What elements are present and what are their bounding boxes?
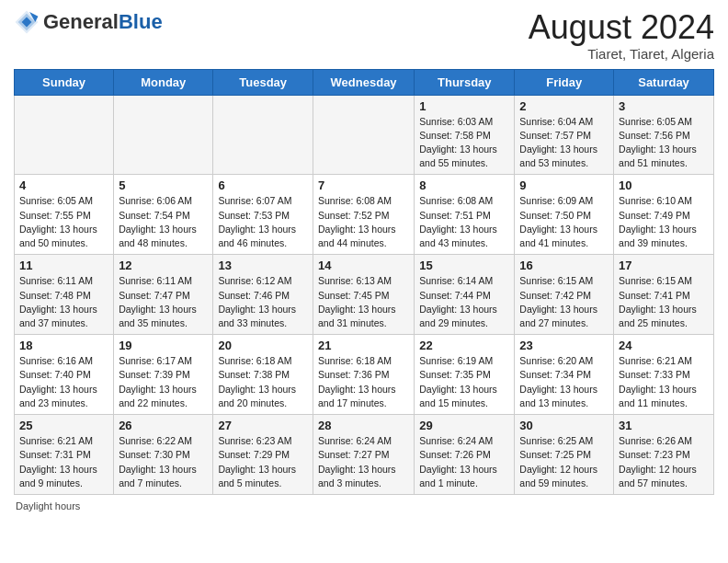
calendar-week-row: 4Sunrise: 6:05 AM Sunset: 7:55 PM Daylig… — [15, 175, 714, 255]
day-info: Sunrise: 6:16 AM Sunset: 7:40 PM Dayligh… — [19, 354, 108, 410]
day-info: Sunrise: 6:19 AM Sunset: 7:35 PM Dayligh… — [419, 354, 509, 410]
day-info: Sunrise: 6:15 AM Sunset: 7:41 PM Dayligh… — [619, 274, 709, 330]
calendar-cell: 24Sunrise: 6:21 AM Sunset: 7:33 PM Dayli… — [614, 335, 714, 415]
calendar-cell: 22Sunrise: 6:19 AM Sunset: 7:35 PM Dayli… — [415, 335, 515, 415]
day-number: 10 — [619, 178, 709, 192]
calendar-cell — [313, 95, 414, 175]
col-header-saturday: Saturday — [614, 69, 714, 95]
day-number: 24 — [619, 339, 709, 352]
day-info: Sunrise: 6:05 AM Sunset: 7:55 PM Dayligh… — [19, 194, 108, 250]
day-number: 1 — [419, 99, 509, 113]
day-number: 19 — [119, 339, 208, 352]
day-info: Sunrise: 6:11 AM Sunset: 7:48 PM Dayligh… — [19, 274, 108, 330]
day-number: 26 — [119, 419, 208, 432]
day-info: Sunrise: 6:21 AM Sunset: 7:31 PM Dayligh… — [19, 434, 108, 490]
day-info: Sunrise: 6:26 AM Sunset: 7:23 PM Dayligh… — [619, 434, 709, 490]
daylight-label: Daylight hours — [16, 500, 80, 511]
calendar-cell: 4Sunrise: 6:05 AM Sunset: 7:55 PM Daylig… — [15, 175, 114, 255]
day-info: Sunrise: 6:24 AM Sunset: 7:27 PM Dayligh… — [318, 434, 409, 490]
calendar-cell: 26Sunrise: 6:22 AM Sunset: 7:30 PM Dayli… — [114, 415, 213, 495]
calendar-week-row: 25Sunrise: 6:21 AM Sunset: 7:31 PM Dayli… — [15, 415, 714, 495]
logo-general-text: General — [43, 10, 119, 33]
day-info: Sunrise: 6:21 AM Sunset: 7:33 PM Dayligh… — [619, 354, 709, 410]
calendar-cell: 1Sunrise: 6:03 AM Sunset: 7:58 PM Daylig… — [415, 95, 515, 175]
month-year-title: August 2024 — [529, 9, 714, 46]
day-info: Sunrise: 6:08 AM Sunset: 7:52 PM Dayligh… — [318, 194, 409, 250]
day-number: 4 — [19, 178, 108, 192]
calendar-cell: 19Sunrise: 6:17 AM Sunset: 7:39 PM Dayli… — [114, 335, 213, 415]
day-info: Sunrise: 6:17 AM Sunset: 7:39 PM Dayligh… — [119, 354, 208, 410]
day-info: Sunrise: 6:12 AM Sunset: 7:46 PM Dayligh… — [218, 274, 308, 330]
day-number: 20 — [218, 339, 308, 352]
location-subtitle: Tiaret, Tiaret, Algeria — [529, 46, 714, 62]
day-info: Sunrise: 6:10 AM Sunset: 7:49 PM Dayligh… — [619, 194, 709, 250]
calendar-cell: 15Sunrise: 6:14 AM Sunset: 7:44 PM Dayli… — [415, 255, 515, 335]
day-number: 17 — [619, 259, 709, 272]
calendar-cell: 29Sunrise: 6:24 AM Sunset: 7:26 PM Dayli… — [415, 415, 515, 495]
calendar-week-row: 11Sunrise: 6:11 AM Sunset: 7:48 PM Dayli… — [15, 255, 714, 335]
calendar-cell: 8Sunrise: 6:08 AM Sunset: 7:51 PM Daylig… — [415, 175, 515, 255]
logo: GeneralBlue — [14, 9, 163, 35]
day-number: 8 — [419, 178, 509, 192]
day-info: Sunrise: 6:08 AM Sunset: 7:51 PM Dayligh… — [419, 194, 509, 250]
calendar-week-row: 18Sunrise: 6:16 AM Sunset: 7:40 PM Dayli… — [15, 335, 714, 415]
day-number: 14 — [318, 259, 409, 272]
day-info: Sunrise: 6:20 AM Sunset: 7:34 PM Dayligh… — [519, 354, 609, 410]
calendar-cell — [114, 95, 213, 175]
calendar-cell: 6Sunrise: 6:07 AM Sunset: 7:53 PM Daylig… — [213, 175, 313, 255]
day-number: 22 — [419, 339, 509, 352]
calendar-cell: 20Sunrise: 6:18 AM Sunset: 7:38 PM Dayli… — [213, 335, 313, 415]
calendar-cell: 10Sunrise: 6:10 AM Sunset: 7:49 PM Dayli… — [614, 175, 714, 255]
day-number: 2 — [519, 99, 609, 113]
day-info: Sunrise: 6:06 AM Sunset: 7:54 PM Dayligh… — [119, 194, 208, 250]
day-info: Sunrise: 6:13 AM Sunset: 7:45 PM Dayligh… — [318, 274, 409, 330]
day-info: Sunrise: 6:03 AM Sunset: 7:58 PM Dayligh… — [419, 115, 509, 171]
day-number: 12 — [119, 259, 208, 272]
calendar-cell — [15, 95, 114, 175]
day-number: 29 — [419, 419, 509, 432]
day-info: Sunrise: 6:18 AM Sunset: 7:38 PM Dayligh… — [218, 354, 308, 410]
calendar-cell: 12Sunrise: 6:11 AM Sunset: 7:47 PM Dayli… — [114, 255, 213, 335]
col-header-monday: Monday — [114, 69, 213, 95]
day-number: 16 — [519, 259, 609, 272]
day-info: Sunrise: 6:04 AM Sunset: 7:57 PM Dayligh… — [519, 115, 609, 171]
calendar-cell: 3Sunrise: 6:05 AM Sunset: 7:56 PM Daylig… — [614, 95, 714, 175]
calendar-cell: 17Sunrise: 6:15 AM Sunset: 7:41 PM Dayli… — [614, 255, 714, 335]
calendar-cell: 25Sunrise: 6:21 AM Sunset: 7:31 PM Dayli… — [15, 415, 114, 495]
calendar-cell — [213, 95, 313, 175]
calendar-week-row: 1Sunrise: 6:03 AM Sunset: 7:58 PM Daylig… — [15, 95, 714, 175]
day-number: 25 — [19, 419, 108, 432]
logo-icon — [14, 9, 40, 35]
day-number: 5 — [119, 178, 208, 192]
day-number: 6 — [218, 178, 308, 192]
col-header-wednesday: Wednesday — [313, 69, 414, 95]
day-info: Sunrise: 6:23 AM Sunset: 7:29 PM Dayligh… — [218, 434, 308, 490]
calendar-header-row: SundayMondayTuesdayWednesdayThursdayFrid… — [15, 69, 714, 95]
calendar-cell: 28Sunrise: 6:24 AM Sunset: 7:27 PM Dayli… — [313, 415, 414, 495]
day-number: 23 — [519, 339, 609, 352]
calendar-cell: 27Sunrise: 6:23 AM Sunset: 7:29 PM Dayli… — [213, 415, 313, 495]
day-number: 3 — [619, 99, 709, 113]
calendar-table: SundayMondayTuesdayWednesdayThursdayFrid… — [14, 69, 714, 495]
calendar-cell: 2Sunrise: 6:04 AM Sunset: 7:57 PM Daylig… — [515, 95, 614, 175]
calendar-cell: 21Sunrise: 6:18 AM Sunset: 7:36 PM Dayli… — [313, 335, 414, 415]
calendar-cell: 5Sunrise: 6:06 AM Sunset: 7:54 PM Daylig… — [114, 175, 213, 255]
day-number: 27 — [218, 419, 308, 432]
calendar-cell: 23Sunrise: 6:20 AM Sunset: 7:34 PM Dayli… — [515, 335, 614, 415]
day-info: Sunrise: 6:24 AM Sunset: 7:26 PM Dayligh… — [419, 434, 509, 490]
day-info: Sunrise: 6:14 AM Sunset: 7:44 PM Dayligh… — [419, 274, 509, 330]
calendar-cell: 31Sunrise: 6:26 AM Sunset: 7:23 PM Dayli… — [614, 415, 714, 495]
calendar-cell: 9Sunrise: 6:09 AM Sunset: 7:50 PM Daylig… — [515, 175, 614, 255]
day-info: Sunrise: 6:05 AM Sunset: 7:56 PM Dayligh… — [619, 115, 709, 171]
calendar-cell: 18Sunrise: 6:16 AM Sunset: 7:40 PM Dayli… — [15, 335, 114, 415]
col-header-sunday: Sunday — [15, 69, 114, 95]
col-header-tuesday: Tuesday — [213, 69, 313, 95]
day-number: 30 — [519, 419, 609, 432]
day-info: Sunrise: 6:15 AM Sunset: 7:42 PM Dayligh… — [519, 274, 609, 330]
day-info: Sunrise: 6:07 AM Sunset: 7:53 PM Dayligh… — [218, 194, 308, 250]
day-info: Sunrise: 6:25 AM Sunset: 7:25 PM Dayligh… — [519, 434, 609, 490]
page-header: GeneralBlue August 2024 Tiaret, Tiaret, … — [14, 9, 714, 62]
day-number: 7 — [318, 178, 409, 192]
day-info: Sunrise: 6:22 AM Sunset: 7:30 PM Dayligh… — [119, 434, 208, 490]
calendar-cell: 11Sunrise: 6:11 AM Sunset: 7:48 PM Dayli… — [15, 255, 114, 335]
